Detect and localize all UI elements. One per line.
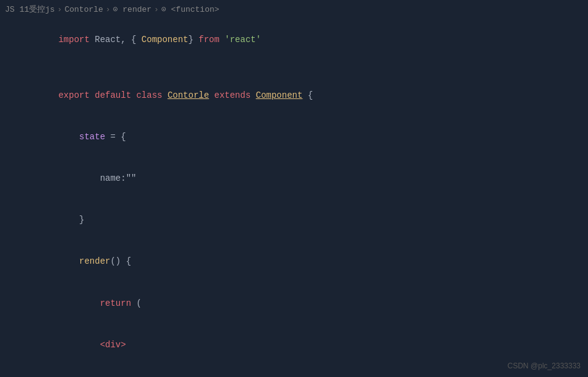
code-line-5: name:"" [0, 158, 588, 199]
code-line-8: return ( [0, 282, 588, 324]
code-line-2 [0, 61, 588, 74]
line-content: } [25, 199, 588, 241]
code-editor: JS 11受控js › Contorle › ⊙ render › ⊙ <fun… [0, 0, 588, 377]
line-content: render() { [25, 241, 588, 282]
code-line-7: render() { [0, 241, 588, 282]
bc-part4: ⊙ <function> [161, 4, 219, 17]
line-content: state = { [25, 116, 588, 158]
code-line-10: <h1>登录页</h1> [0, 366, 588, 377]
line-content: import React, { Component} from 'react' [25, 19, 588, 61]
code-line-9: <div> [0, 324, 588, 365]
bc-sep2: › [106, 4, 111, 17]
bc-sep1: › [58, 4, 62, 17]
code-line-6: } [0, 199, 588, 241]
line-content: export default class Contorle extends Co… [25, 74, 588, 116]
bc-part1: JS 11受控js [5, 4, 55, 17]
bc-part3: ⊙ render [113, 4, 151, 17]
code-line-1: import React, { Component} from 'react' [0, 19, 588, 61]
bc-sep3: › [154, 4, 159, 17]
line-content: name:"" [25, 158, 588, 199]
breadcrumb: JS 11受控js › Contorle › ⊙ render › ⊙ <fun… [0, 2, 588, 19]
line-content: <h1>登录页</h1> [25, 366, 588, 377]
line-content: <div> [25, 324, 588, 365]
bc-part2: Contorle [64, 4, 103, 17]
line-content [25, 61, 588, 74]
watermark: CSDN @plc_2333333 [508, 360, 581, 372]
code-line-4: state = { [0, 116, 588, 158]
code-line-3: export default class Contorle extends Co… [0, 74, 588, 116]
line-content: return ( [25, 282, 588, 324]
